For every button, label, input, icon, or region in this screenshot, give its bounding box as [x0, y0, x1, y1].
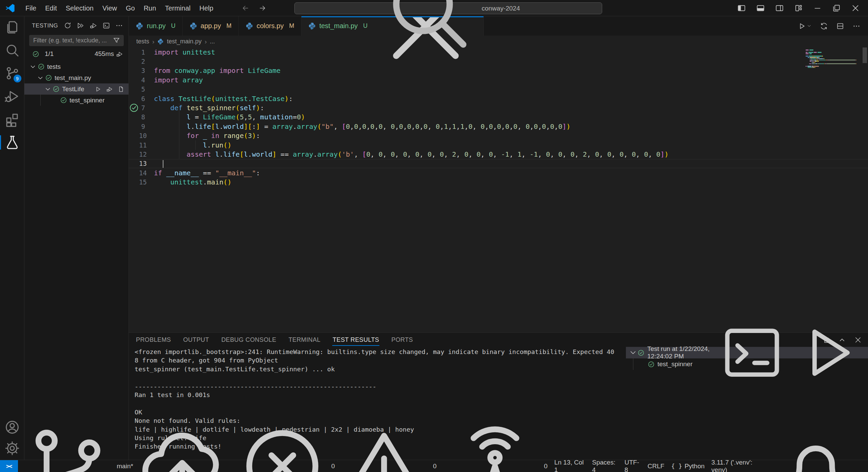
menu-item-selection[interactable]: Selection — [61, 2, 98, 14]
remote-indicator[interactable]: >< — [0, 460, 18, 472]
goto-test-button[interactable] — [118, 86, 124, 93]
breadcrumb-item[interactable]: tests — [136, 38, 149, 45]
toggle-sidebar-button[interactable] — [737, 4, 746, 13]
editor-scrollbar[interactable] — [863, 47, 867, 63]
code-text: def test_spinner(self): — [154, 104, 264, 112]
code-line-15[interactable]: 15 unittest.main() — [129, 177, 868, 186]
command-center-search[interactable]: conway-2024 — [294, 2, 602, 14]
test-filter-box[interactable] — [29, 35, 124, 46]
code-line-3[interactable]: 3from conway.app import LifeGame — [129, 66, 868, 75]
panel-tab-ports[interactable]: PORTS — [391, 334, 413, 346]
notifications-item[interactable] — [767, 460, 865, 472]
test-case-row[interactable]: test_spinner — [626, 358, 868, 370]
minimap[interactable] — [806, 50, 856, 68]
test-pass-gutter-icon[interactable] — [129, 103, 139, 113]
ports-item[interactable]: 0 — [445, 460, 551, 472]
breadcrumb-item[interactable]: ... — [210, 38, 215, 45]
eol-item[interactable]: CRLF — [644, 460, 668, 472]
menu-item-help[interactable]: Help — [195, 2, 218, 14]
menu-item-terminal[interactable]: Terminal — [160, 2, 195, 14]
debug-tests-button[interactable] — [90, 22, 97, 29]
run-test-button[interactable] — [95, 86, 101, 93]
activity-accounts[interactable] — [4, 419, 20, 435]
panel-tab-debug-console[interactable]: DEBUG CONSOLE — [221, 334, 277, 346]
window-close-button[interactable] — [851, 4, 860, 13]
test-filter-input[interactable] — [33, 37, 113, 44]
chevron-down-icon[interactable] — [29, 63, 37, 71]
code-line-1[interactable]: 1import unittest — [129, 47, 868, 57]
toggle-panel-button[interactable] — [756, 4, 765, 13]
activity-run-and-debug[interactable] — [4, 88, 20, 104]
panel-tabs: PROBLEMSOUTPUTDEBUG CONSOLETERMINALTEST … — [136, 334, 425, 346]
encoding-item[interactable]: UTF-8 — [621, 460, 644, 472]
activity-search[interactable] — [4, 42, 20, 58]
activity-source-control[interactable]: 9 — [4, 65, 20, 81]
panel-tab-terminal[interactable]: TERMINAL — [288, 334, 321, 346]
tab-colors-py[interactable]: colors.pyM — [239, 16, 301, 36]
minimize-button[interactable] — [813, 4, 822, 13]
nav-back-icon[interactable] — [241, 4, 250, 12]
code-line-11[interactable]: 11 l.run() — [129, 140, 868, 150]
activity-explorer[interactable] — [4, 19, 20, 35]
panel-tab-problems[interactable]: PROBLEMS — [136, 334, 171, 346]
chevron-down-icon[interactable] — [44, 85, 52, 93]
code-line-9[interactable]: 9 l.life[l.world][:] = array.array("b", … — [129, 122, 868, 131]
git-status-badge: U — [363, 22, 368, 29]
code-line-6[interactable]: 6class TestLife(unittest.TestCase): — [129, 94, 868, 103]
test-run-row[interactable]: Test run at 1/22/2024, 12:24:02 PM — [626, 347, 868, 358]
tab-app-py[interactable]: app.pyM — [183, 16, 239, 36]
customize-layout-button[interactable] — [794, 4, 803, 13]
filter-icon[interactable] — [113, 37, 120, 44]
menu-item-run[interactable]: Run — [139, 2, 161, 14]
menu-item-view[interactable]: View — [98, 2, 121, 14]
code-line-5[interactable]: 5 — [129, 85, 868, 94]
activity-settings[interactable] — [4, 440, 20, 456]
tab-run-py[interactable]: run.pyU — [129, 16, 183, 36]
chevron-down-icon[interactable] — [37, 74, 44, 82]
activity-extensions[interactable] — [4, 111, 20, 127]
editor-more-actions-button[interactable] — [852, 22, 861, 30]
code-line-12[interactable]: 12 assert l.life[l.world] == array.array… — [129, 150, 868, 159]
interpreter-item[interactable]: 3.11.7 ('.venv': venv) — [708, 460, 767, 472]
run-tests-button[interactable] — [77, 22, 84, 29]
menu-item-go[interactable]: Go — [121, 2, 139, 14]
show-output-icon[interactable] — [717, 318, 787, 388]
open-changes-button[interactable] — [820, 22, 828, 30]
code-line-2[interactable]: 2 — [129, 57, 868, 66]
split-editor-button[interactable] — [836, 22, 844, 30]
panel-tab-test-results[interactable]: TEST RESULTS — [332, 334, 379, 346]
line-col-item[interactable]: Ln 13, Col 1 — [551, 460, 589, 472]
problems-item[interactable]: 0 0 — [232, 460, 440, 472]
test-tree-item-tests[interactable]: tests — [24, 61, 129, 72]
code-line-4[interactable]: 4import array — [129, 75, 868, 84]
more-actions-button[interactable] — [115, 22, 123, 29]
output-line — [135, 399, 626, 408]
breadcrumb-item[interactable]: test_main.py — [167, 38, 201, 45]
show-test-output-button[interactable] — [102, 22, 110, 29]
rerun-debug-icon[interactable] — [116, 51, 123, 58]
nav-forward-icon[interactable] — [258, 4, 267, 12]
run-dropdown-icon[interactable] — [807, 23, 812, 28]
language-item[interactable]: { } Python — [668, 460, 708, 472]
test-tree-item-TestLife[interactable]: TestLife — [24, 83, 129, 95]
refresh-tests-button[interactable] — [64, 22, 72, 29]
restore-button[interactable] — [832, 4, 841, 13]
code-line-14[interactable]: 14if __name__ == "__main__": — [129, 168, 868, 177]
panel-tab-output[interactable]: OUTPUT — [183, 334, 209, 346]
code-line-8[interactable]: 8 l = LifeGame(5,5, mutation=0) — [129, 113, 868, 122]
branch-item[interactable]: main* — [18, 460, 232, 472]
chevron-down-icon[interactable] — [629, 348, 637, 357]
menu-item-edit[interactable]: Edit — [41, 2, 61, 14]
toggle-secondary-sidebar-button[interactable] — [775, 4, 784, 13]
rerun-test-icon[interactable] — [793, 318, 863, 388]
activity-testing[interactable] — [4, 134, 20, 151]
run-python-button[interactable] — [798, 22, 812, 30]
code-line-13[interactable]: 13 — [129, 159, 868, 168]
indentation-item[interactable]: Spaces: 4 — [589, 460, 621, 472]
code-line-10[interactable]: 10 for _ in range(3): — [129, 131, 868, 140]
debug-test-button[interactable] — [106, 86, 113, 93]
code-line-7[interactable]: 7 def test_spinner(self): — [129, 103, 868, 112]
code-editor[interactable]: 1import unittest23from conway.app import… — [129, 47, 868, 332]
menu-item-file[interactable]: File — [21, 2, 41, 14]
test-tree-item-test-main-py[interactable]: test_main.py — [24, 72, 129, 83]
